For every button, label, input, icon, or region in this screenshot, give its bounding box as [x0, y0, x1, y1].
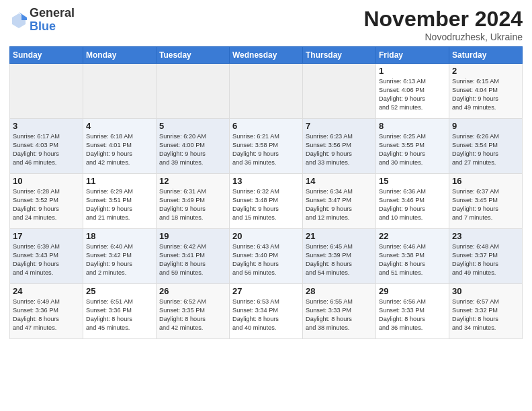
- calendar-cell: 17Sunrise: 6:39 AM Sunset: 3:43 PM Dayli…: [10, 229, 83, 284]
- day-number: 4: [86, 121, 153, 131]
- weekday-header-friday: Friday: [376, 47, 449, 64]
- day-number: 7: [306, 121, 373, 131]
- calendar-week-row: 3Sunrise: 6:17 AM Sunset: 4:03 PM Daylig…: [10, 119, 523, 174]
- calendar-cell: [303, 64, 376, 119]
- weekday-header-wednesday: Wednesday: [230, 47, 303, 64]
- calendar-cell: 3Sunrise: 6:17 AM Sunset: 4:03 PM Daylig…: [10, 119, 83, 174]
- calendar-cell: 12Sunrise: 6:31 AM Sunset: 3:49 PM Dayli…: [157, 174, 230, 229]
- weekday-header-sunday: Sunday: [10, 47, 83, 64]
- day-info: Sunrise: 6:15 AM Sunset: 4:04 PM Dayligh…: [452, 77, 519, 112]
- header: General Blue November 2024 Novodruzhesk,…: [9, 7, 523, 42]
- calendar-cell: 25Sunrise: 6:51 AM Sunset: 3:36 PM Dayli…: [83, 284, 157, 339]
- day-number: 11: [86, 176, 153, 186]
- day-info: Sunrise: 6:57 AM Sunset: 3:32 PM Dayligh…: [452, 298, 519, 332]
- day-number: 10: [13, 176, 80, 186]
- logo-general-text: General: [30, 7, 75, 20]
- calendar-cell: 13Sunrise: 6:32 AM Sunset: 3:48 PM Dayli…: [230, 174, 303, 229]
- calendar-cell: 19Sunrise: 6:42 AM Sunset: 3:41 PM Dayli…: [157, 229, 230, 284]
- calendar-cell: 14Sunrise: 6:34 AM Sunset: 3:47 PM Dayli…: [303, 174, 376, 229]
- day-number: 8: [379, 121, 446, 131]
- day-number: 12: [159, 176, 226, 186]
- weekday-header-monday: Monday: [83, 47, 157, 64]
- calendar-cell: 16Sunrise: 6:37 AM Sunset: 3:45 PM Dayli…: [449, 174, 523, 229]
- logo: General Blue: [9, 7, 75, 34]
- day-number: 27: [232, 286, 300, 296]
- day-info: Sunrise: 6:28 AM Sunset: 3:52 PM Dayligh…: [13, 187, 80, 222]
- calendar-cell: 6Sunrise: 6:21 AM Sunset: 3:58 PM Daylig…: [230, 119, 303, 174]
- logo-text: General Blue: [30, 7, 75, 34]
- day-number: 1: [379, 66, 446, 76]
- day-info: Sunrise: 6:55 AM Sunset: 3:33 PM Dayligh…: [306, 298, 373, 332]
- calendar-cell: 7Sunrise: 6:23 AM Sunset: 3:56 PM Daylig…: [303, 119, 376, 174]
- day-number: 19: [159, 231, 226, 241]
- day-number: 18: [86, 231, 153, 241]
- calendar-cell: [157, 64, 230, 119]
- day-number: 13: [232, 176, 300, 186]
- calendar-cell: 18Sunrise: 6:40 AM Sunset: 3:42 PM Dayli…: [83, 229, 157, 284]
- day-number: 20: [232, 231, 300, 241]
- day-number: 21: [306, 231, 373, 241]
- day-number: 17: [13, 231, 80, 241]
- calendar-week-row: 17Sunrise: 6:39 AM Sunset: 3:43 PM Dayli…: [10, 229, 523, 284]
- calendar-cell: 24Sunrise: 6:49 AM Sunset: 3:36 PM Dayli…: [10, 284, 83, 339]
- weekday-header-thursday: Thursday: [303, 47, 376, 64]
- calendar-cell: 11Sunrise: 6:29 AM Sunset: 3:51 PM Dayli…: [83, 174, 157, 229]
- day-info: Sunrise: 6:13 AM Sunset: 4:06 PM Dayligh…: [379, 77, 446, 112]
- day-info: Sunrise: 6:53 AM Sunset: 3:34 PM Dayligh…: [232, 298, 300, 332]
- day-number: 23: [452, 231, 519, 241]
- calendar-cell: [230, 64, 303, 119]
- day-info: Sunrise: 6:37 AM Sunset: 3:45 PM Dayligh…: [452, 187, 519, 222]
- day-number: 5: [159, 121, 226, 131]
- calendar-cell: 5Sunrise: 6:20 AM Sunset: 4:00 PM Daylig…: [157, 119, 230, 174]
- weekday-header-row: SundayMondayTuesdayWednesdayThursdayFrid…: [10, 47, 523, 64]
- calendar-cell: 21Sunrise: 6:45 AM Sunset: 3:39 PM Dayli…: [303, 229, 376, 284]
- day-info: Sunrise: 6:17 AM Sunset: 4:03 PM Dayligh…: [13, 132, 80, 167]
- calendar-week-row: 1Sunrise: 6:13 AM Sunset: 4:06 PM Daylig…: [10, 64, 523, 119]
- day-info: Sunrise: 6:20 AM Sunset: 4:00 PM Dayligh…: [159, 132, 226, 167]
- day-number: 3: [13, 121, 80, 131]
- day-number: 30: [452, 286, 519, 296]
- day-number: 26: [159, 286, 226, 296]
- calendar-cell: 1Sunrise: 6:13 AM Sunset: 4:06 PM Daylig…: [376, 64, 449, 119]
- title-section: November 2024 Novodruzhesk, Ukraine: [363, 7, 523, 42]
- calendar-cell: 23Sunrise: 6:48 AM Sunset: 3:37 PM Dayli…: [449, 229, 523, 284]
- day-number: 9: [452, 121, 519, 131]
- calendar-cell: 30Sunrise: 6:57 AM Sunset: 3:32 PM Dayli…: [449, 284, 523, 339]
- calendar-table: SundayMondayTuesdayWednesdayThursdayFrid…: [9, 46, 523, 339]
- day-number: 28: [306, 286, 373, 296]
- day-number: 24: [13, 286, 80, 296]
- day-info: Sunrise: 6:29 AM Sunset: 3:51 PM Dayligh…: [86, 187, 153, 222]
- day-info: Sunrise: 6:49 AM Sunset: 3:36 PM Dayligh…: [13, 298, 80, 332]
- calendar-cell: 20Sunrise: 6:43 AM Sunset: 3:40 PM Dayli…: [230, 229, 303, 284]
- day-number: 2: [452, 66, 519, 76]
- calendar-week-row: 10Sunrise: 6:28 AM Sunset: 3:52 PM Dayli…: [10, 174, 523, 229]
- calendar-cell: 29Sunrise: 6:56 AM Sunset: 3:33 PM Dayli…: [376, 284, 449, 339]
- calendar-cell: 15Sunrise: 6:36 AM Sunset: 3:46 PM Dayli…: [376, 174, 449, 229]
- day-info: Sunrise: 6:32 AM Sunset: 3:48 PM Dayligh…: [232, 187, 300, 222]
- day-info: Sunrise: 6:48 AM Sunset: 3:37 PM Dayligh…: [452, 242, 519, 277]
- day-info: Sunrise: 6:45 AM Sunset: 3:39 PM Dayligh…: [306, 242, 373, 277]
- day-info: Sunrise: 6:25 AM Sunset: 3:55 PM Dayligh…: [379, 132, 446, 167]
- day-info: Sunrise: 6:26 AM Sunset: 3:54 PM Dayligh…: [452, 132, 519, 167]
- day-info: Sunrise: 6:18 AM Sunset: 4:01 PM Dayligh…: [86, 132, 153, 167]
- calendar-cell: 22Sunrise: 6:46 AM Sunset: 3:38 PM Dayli…: [376, 229, 449, 284]
- day-info: Sunrise: 6:31 AM Sunset: 3:49 PM Dayligh…: [159, 187, 226, 222]
- day-number: 22: [379, 231, 446, 241]
- day-info: Sunrise: 6:39 AM Sunset: 3:43 PM Dayligh…: [13, 242, 80, 277]
- day-info: Sunrise: 6:56 AM Sunset: 3:33 PM Dayligh…: [379, 298, 446, 332]
- location: Novodruzhesk, Ukraine: [363, 32, 523, 42]
- month-title: November 2024: [363, 7, 523, 32]
- logo-icon: [9, 11, 28, 30]
- calendar-week-row: 24Sunrise: 6:49 AM Sunset: 3:36 PM Dayli…: [10, 284, 523, 339]
- calendar-cell: 28Sunrise: 6:55 AM Sunset: 3:33 PM Dayli…: [303, 284, 376, 339]
- calendar-cell: 26Sunrise: 6:52 AM Sunset: 3:35 PM Dayli…: [157, 284, 230, 339]
- day-info: Sunrise: 6:40 AM Sunset: 3:42 PM Dayligh…: [86, 242, 153, 277]
- page-container: General Blue November 2024 Novodruzhesk,…: [0, 0, 532, 345]
- calendar-cell: [10, 64, 83, 119]
- day-info: Sunrise: 6:42 AM Sunset: 3:41 PM Dayligh…: [159, 242, 226, 277]
- day-info: Sunrise: 6:23 AM Sunset: 3:56 PM Dayligh…: [306, 132, 373, 167]
- day-number: 14: [306, 176, 373, 186]
- weekday-header-tuesday: Tuesday: [157, 47, 230, 64]
- logo-blue-text: Blue: [30, 20, 75, 34]
- calendar-cell: 27Sunrise: 6:53 AM Sunset: 3:34 PM Dayli…: [230, 284, 303, 339]
